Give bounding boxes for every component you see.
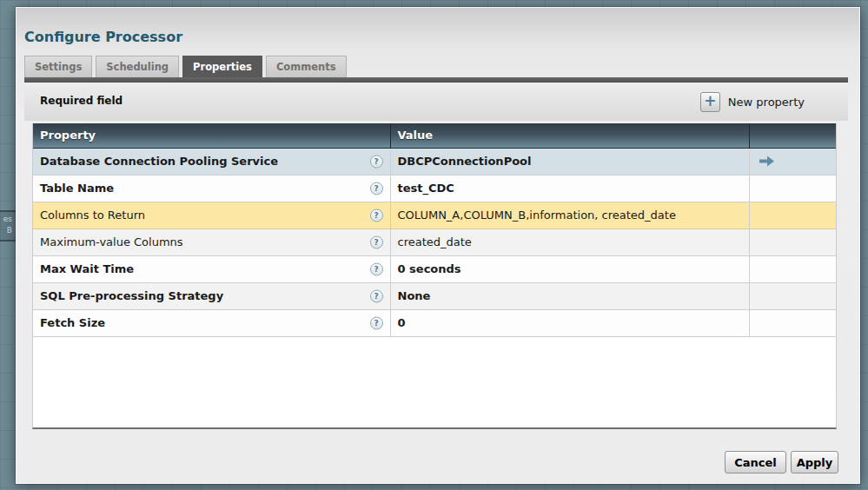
- dialog-title: Configure Processor: [24, 29, 182, 45]
- table-row: Max Wait Time ? 0 seconds: [33, 255, 836, 282]
- question-mark-icon[interactable]: ?: [370, 316, 383, 329]
- new-property-button[interactable]: +: [700, 92, 720, 112]
- property-name-cell: Table Name ?: [33, 175, 390, 202]
- property-value-cell[interactable]: 0: [390, 309, 749, 336]
- tab-bar: Settings Scheduling Properties Comments: [24, 56, 347, 77]
- question-mark-icon[interactable]: ?: [370, 155, 383, 168]
- question-mark-icon[interactable]: ?: [370, 209, 383, 222]
- background-processor-fragment: es B: [0, 210, 16, 242]
- property-value-cell[interactable]: None: [390, 282, 749, 309]
- property-name: Fetch Size: [40, 316, 105, 329]
- property-name: Columns to Return: [40, 209, 145, 222]
- table-header-row: Property Value: [33, 123, 836, 148]
- property-name: SQL Pre-processing Strategy: [40, 289, 223, 302]
- property-actions-cell: [749, 309, 836, 336]
- table-row: Database Connection Pooling Service ? DB…: [33, 148, 836, 175]
- question-mark-icon[interactable]: ?: [370, 235, 383, 248]
- property-name-cell: Maximum-value Columns ?: [33, 228, 390, 255]
- property-name-cell: SQL Pre-processing Strategy ?: [33, 282, 390, 309]
- table-row: Columns to Return ? COLUMN_A,COLUMN_B,in…: [33, 202, 836, 228]
- cancel-button[interactable]: Cancel: [725, 451, 786, 473]
- property-actions-cell: [749, 202, 836, 228]
- property-actions-cell: [749, 228, 836, 255]
- column-header-property: Property: [33, 123, 390, 148]
- property-value-cell[interactable]: DBCPConnectionPool: [390, 148, 749, 175]
- property-value: test_CDC: [398, 182, 454, 195]
- property-name: Database Connection Pooling Service: [40, 155, 278, 168]
- table-row: SQL Pre-processing Strategy ? None: [33, 282, 836, 309]
- column-header-value: Value: [390, 123, 749, 148]
- property-name: Table Name: [40, 182, 114, 195]
- new-property-label: New property: [728, 96, 805, 109]
- property-value-cell[interactable]: COLUMN_A,COLUMN_B,information, created_d…: [390, 202, 749, 228]
- property-name-cell: Fetch Size ?: [33, 309, 390, 336]
- property-name-cell: Max Wait Time ?: [33, 255, 390, 282]
- property-name-cell: Columns to Return ?: [33, 202, 390, 228]
- tab-settings[interactable]: Settings: [24, 56, 92, 77]
- canvas-text-fragment: es: [0, 214, 12, 225]
- property-value: COLUMN_A,COLUMN_B,information, created_d…: [398, 209, 676, 222]
- property-value: None: [398, 289, 431, 302]
- property-name: Max Wait Time: [40, 262, 134, 275]
- tab-comments[interactable]: Comments: [266, 56, 347, 77]
- required-field-label: Required field: [40, 95, 123, 107]
- property-actions-cell: [749, 175, 836, 202]
- apply-button[interactable]: Apply: [791, 451, 838, 473]
- property-actions-cell: [749, 255, 836, 282]
- new-property-group: + New property: [700, 83, 805, 121]
- property-value-cell[interactable]: created_date: [390, 228, 749, 255]
- arrow-right-icon[interactable]: [759, 156, 775, 169]
- tab-properties[interactable]: Properties: [182, 56, 262, 77]
- table-row: Table Name ? test_CDC: [33, 175, 836, 202]
- plus-icon: +: [704, 94, 716, 109]
- table-row: Fetch Size ? 0: [33, 309, 836, 336]
- table-row: Maximum-value Columns ? created_date: [33, 228, 836, 255]
- column-header-actions: [749, 123, 836, 148]
- question-mark-icon[interactable]: ?: [370, 289, 383, 302]
- properties-header-band: Required field + New property: [24, 83, 848, 121]
- property-value: 0: [398, 316, 406, 329]
- property-name-cell: Database Connection Pooling Service ?: [33, 148, 390, 175]
- property-value: created_date: [398, 235, 472, 248]
- question-mark-icon[interactable]: ?: [370, 182, 383, 195]
- property-value: 0 seconds: [398, 262, 461, 275]
- question-mark-icon[interactable]: ?: [370, 262, 383, 275]
- properties-table-pane: Property Value Database Connection Pooli…: [32, 123, 837, 429]
- property-value-cell[interactable]: test_CDC: [390, 175, 749, 202]
- tab-scheduling[interactable]: Scheduling: [96, 56, 179, 77]
- properties-table: Property Value Database Connection Pooli…: [33, 123, 836, 337]
- property-value-cell[interactable]: 0 seconds: [390, 255, 749, 282]
- property-value: DBCPConnectionPool: [398, 155, 532, 168]
- property-actions-cell: [749, 148, 836, 175]
- configure-processor-dialog: Configure Processor Settings Scheduling …: [16, 7, 860, 484]
- property-actions-cell: [749, 282, 836, 309]
- canvas-text-fragment: B: [0, 225, 12, 236]
- property-name: Maximum-value Columns: [40, 235, 183, 248]
